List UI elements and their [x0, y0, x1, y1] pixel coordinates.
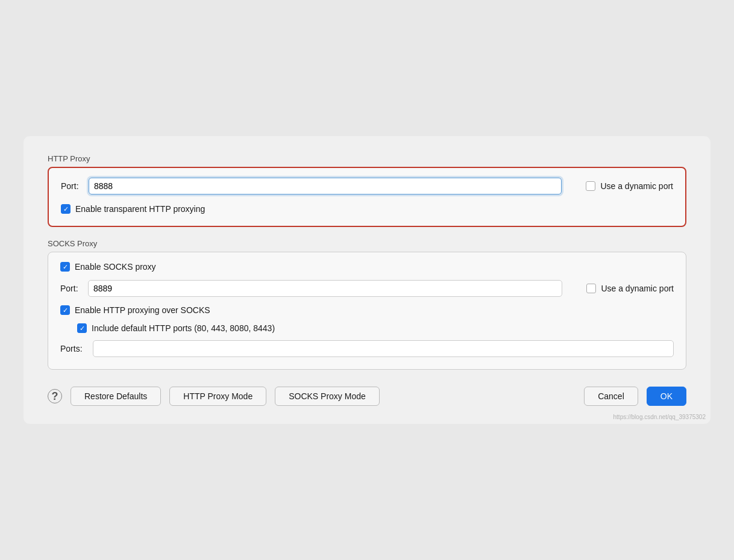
http-port-label: Port:	[61, 181, 83, 191]
socks-dynamic-port-label: Use a dynamic port	[601, 284, 674, 293]
bottom-bar: ? Restore Defaults HTTP Proxy Mode SOCKS…	[48, 387, 686, 406]
help-icon[interactable]: ?	[48, 389, 62, 403]
socks-ports-row: Ports:	[60, 340, 674, 357]
include-default-checkmark: ✓	[80, 325, 85, 332]
include-default-row: ✓ Include default HTTP ports (80, 443, 8…	[77, 323, 674, 333]
http-transparent-row: ✓ Enable transparent HTTP proxying	[61, 204, 673, 214]
http-over-socks-checkbox[interactable]: ✓	[60, 305, 70, 315]
restore-defaults-button[interactable]: Restore Defaults	[71, 387, 161, 406]
socks-port-input[interactable]	[88, 280, 562, 297]
socks-proxy-box: ✓ Enable SOCKS proxy Port: Use a dynamic…	[48, 252, 686, 370]
include-default-checkbox[interactable]: ✓	[77, 323, 87, 333]
http-transparent-checkbox[interactable]: ✓	[61, 204, 71, 214]
cancel-button[interactable]: Cancel	[584, 387, 638, 406]
socks-proxy-mode-button[interactable]: SOCKS Proxy Mode	[275, 387, 380, 406]
http-transparent-label: Enable transparent HTTP proxying	[75, 204, 205, 214]
http-over-socks-checkmark: ✓	[63, 307, 68, 314]
socks-dynamic-port-checkbox[interactable]	[586, 284, 596, 293]
socks-dynamic-port-area: Use a dynamic port	[586, 284, 674, 293]
proxy-settings-dialog: HTTP Proxy Port: Use a dynamic port ✓ En…	[24, 136, 710, 424]
http-dynamic-port-area: Use a dynamic port	[586, 181, 673, 191]
http-over-socks-row: ✓ Enable HTTP proxying over SOCKS	[60, 305, 674, 315]
include-default-label: Include default HTTP ports (80, 443, 808…	[92, 323, 275, 333]
watermark: https://blog.csdn.net/qq_39375302	[613, 414, 706, 420]
socks-port-label: Port:	[60, 284, 82, 293]
socks-enable-label: Enable SOCKS proxy	[75, 262, 156, 272]
http-over-socks-label: Enable HTTP proxying over SOCKS	[75, 305, 210, 315]
http-proxy-mode-button[interactable]: HTTP Proxy Mode	[169, 387, 266, 406]
http-dynamic-port-label: Use a dynamic port	[600, 181, 673, 191]
socks-proxy-label: SOCKS Proxy	[48, 239, 686, 248]
socks-ports-input[interactable]	[93, 340, 674, 357]
socks-enable-row: ✓ Enable SOCKS proxy	[60, 262, 674, 272]
socks-enable-checkbox[interactable]: ✓	[60, 262, 70, 272]
ok-button[interactable]: OK	[647, 387, 686, 406]
socks-proxy-section: SOCKS Proxy ✓ Enable SOCKS proxy Port: U…	[48, 239, 686, 370]
http-dynamic-port-checkbox[interactable]	[586, 181, 595, 191]
http-proxy-label: HTTP Proxy	[48, 154, 686, 163]
http-transparent-checkmark: ✓	[63, 206, 69, 213]
socks-enable-checkmark: ✓	[63, 264, 68, 270]
http-proxy-section: HTTP Proxy Port: Use a dynamic port ✓ En…	[48, 154, 686, 227]
http-port-input[interactable]	[89, 178, 562, 194]
socks-ports-label: Ports:	[60, 344, 87, 353]
http-proxy-box: Port: Use a dynamic port ✓ Enable transp…	[48, 167, 686, 227]
